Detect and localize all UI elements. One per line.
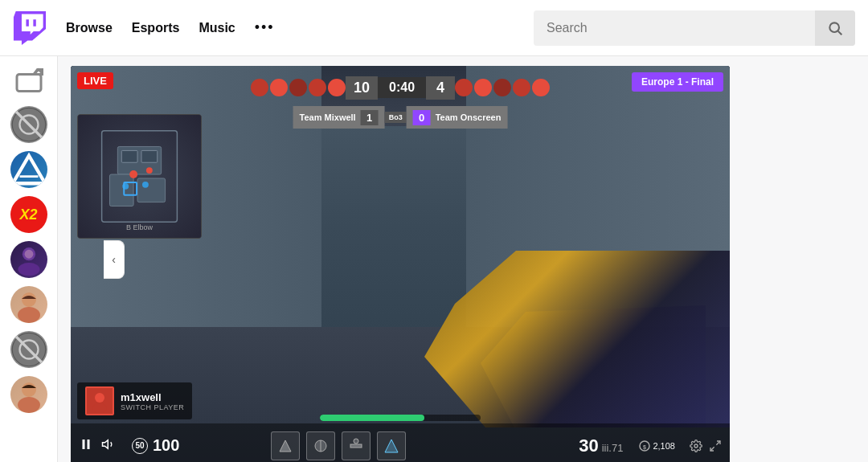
ability-2-icon [313,438,329,454]
volume-button[interactable] [101,437,116,455]
svg-marker-39 [385,440,398,452]
svg-rect-21 [109,174,133,206]
team-left-avatar-4 [309,79,326,96]
settings-icon[interactable] [690,440,702,452]
event-badge: Europe 1 - Final [632,72,723,92]
svg-rect-33 [88,440,90,449]
bottom-hud: 50 100 [71,423,730,462]
player-card: m1xwell Switch Player [77,382,192,419]
ability-4-icon [383,438,399,454]
hud-controls [79,437,116,455]
credits-icon: $ [639,440,650,452]
team-left-avatars [251,79,346,96]
svg-point-10 [18,263,39,276]
health-bar-fill [320,415,424,421]
live-badge: LIVE [77,72,113,89]
player-name: m1xwell [121,391,184,403]
left-sidebar: X2 [0,56,58,462]
svg-point-13 [18,307,40,323]
channel-5-icon [10,286,47,323]
nav-browse[interactable]: Browse [66,21,113,35]
svg-marker-34 [103,440,108,448]
svg-point-18 [18,397,40,413]
svg-rect-37 [350,444,362,448]
sidebar-item-channel-6[interactable] [10,331,47,368]
health-icon: 50 [132,438,148,454]
ammo-current: 30 [579,435,598,456]
credits-value: 2,108 [653,441,675,451]
sidebar-item-channel-3[interactable]: X2 [10,196,47,233]
team-left-avatar-1 [251,79,268,96]
channel-7-icon [10,376,47,413]
team-left-avatar-5 [328,79,346,96]
match-timer: 0:40 [378,77,426,98]
team-right-avatars [455,79,550,96]
search-icon [827,20,843,36]
search-input[interactable] [534,21,815,35]
nav-more[interactable]: ••• [255,19,275,36]
ability-bar [271,431,406,460]
minimap: B Elbow [77,114,202,239]
channel-1-icon [10,106,47,143]
team-left-name: Team Mixwell [300,112,356,122]
svg-marker-7 [12,156,44,184]
svg-text:$: $ [643,444,646,451]
sidebar-item-channel-2[interactable] [10,151,47,188]
ability-1-icon [277,438,293,454]
ammo-section: 30 iii.71 [579,435,623,456]
body-area: X2 [0,56,868,462]
twitch-logo[interactable] [13,11,47,45]
search-button[interactable] [815,10,855,46]
minimap-svg [78,115,201,238]
main-content: ‹ LIVE [58,56,868,462]
team-right-avatar-2 [474,79,492,96]
svg-rect-32 [83,440,85,449]
svg-point-38 [354,439,358,444]
nav-esports[interactable]: Esports [132,21,180,35]
team-right-round-score: 0 [413,110,431,125]
pause-button[interactable] [79,437,93,455]
sidebar-item-channel-5[interactable] [10,286,47,323]
sidebar-following-icon[interactable] [14,66,43,95]
svg-point-17 [22,382,36,397]
pause-icon [79,437,93,452]
nav-music[interactable]: Music [199,21,235,35]
channel-4-icon [10,241,47,278]
team-right-avatar-5 [532,79,550,96]
map-location-label: B Elbow [126,223,153,231]
team-right-name-bar: 0 Team Onscreen [407,106,508,129]
score-left: 10 [346,76,378,100]
svg-point-27 [146,167,153,174]
team-right-name: Team Onscreen [436,112,502,122]
sidebar-item-channel-1[interactable] [10,106,47,143]
volume-icon [101,437,116,452]
fullscreen-icon[interactable] [709,440,722,452]
ability-slot-3 [342,431,371,460]
team-left-avatar-3 [289,79,307,96]
team-left-round-score: 1 [361,110,379,125]
player-portrait-icon [88,389,112,413]
team-right-avatar-1 [455,79,473,96]
svg-point-31 [92,403,107,413]
scoreboard: 10 0:40 4 [251,71,550,104]
team-left-avatar-2 [270,79,288,96]
camera-icon [14,66,43,95]
health-bar-container [320,415,481,421]
channel-6-icon [10,331,47,368]
ability-slot-4 [377,431,406,460]
svg-line-1 [838,31,842,35]
sidebar-collapse-button[interactable]: ‹ [104,240,125,279]
team-right-avatar-3 [493,79,511,96]
ability-slot-1 [271,431,300,460]
video-player[interactable]: LIVE 10 0:40 4 [71,66,730,462]
ammo-reserve: iii.71 [602,442,624,454]
svg-line-43 [716,441,720,445]
bo3-label: Bo3 [385,112,407,123]
channel-2-icon [10,151,47,188]
health-value: 100 [153,436,179,455]
sidebar-item-channel-4[interactable] [10,241,47,278]
svg-point-25 [129,170,137,178]
sidebar-item-channel-7[interactable] [10,376,47,413]
svg-point-26 [142,182,149,188]
player-avatar [85,386,114,415]
